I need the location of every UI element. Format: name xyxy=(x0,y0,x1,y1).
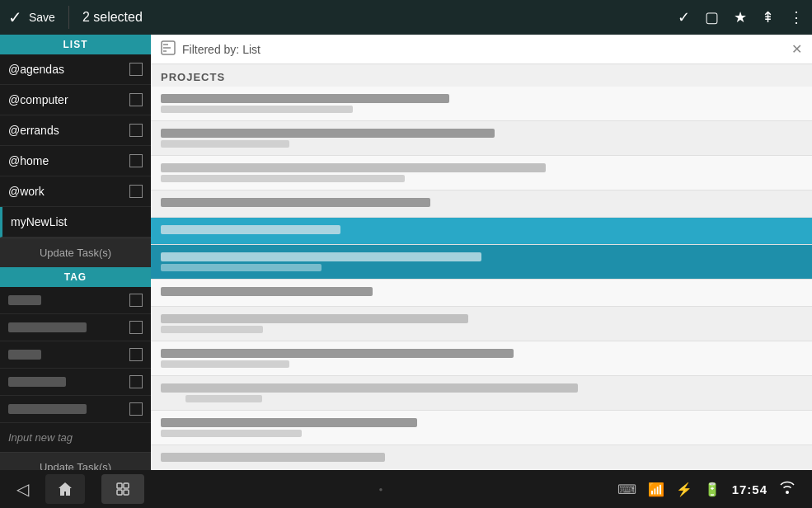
check-action-icon[interactable]: ✓ xyxy=(678,8,690,26)
task-line xyxy=(161,383,578,393)
divider xyxy=(68,6,69,29)
tag4-checkbox[interactable] xyxy=(129,375,143,388)
tag-section-header: TAG xyxy=(0,267,151,287)
top-action-bar: ✓ Save 2 selected ✓ ▢ ★ ⇞ ⋮ xyxy=(0,0,812,35)
task-sub-line xyxy=(161,430,302,437)
task-sub-line xyxy=(161,326,263,333)
sidebar-item-label: @work xyxy=(8,185,45,198)
task-line xyxy=(161,287,373,296)
task-line xyxy=(161,225,340,234)
tag3-checkbox[interactable] xyxy=(129,348,143,361)
bottom-status-bar: ⌨ 📶 ⚡ 🔋 17:54 xyxy=(617,481,796,497)
task-row[interactable] xyxy=(151,445,812,470)
share-icon[interactable]: ⇞ xyxy=(762,8,774,26)
tag-item-3[interactable] xyxy=(0,341,151,369)
svg-rect-6 xyxy=(117,490,122,495)
home-button[interactable] xyxy=(45,474,85,504)
tag-label-3 xyxy=(8,350,41,360)
svg-rect-7 xyxy=(124,490,129,495)
task-line xyxy=(161,418,417,427)
sidebar-item-label: myNewList xyxy=(11,215,67,228)
task-row[interactable] xyxy=(151,341,812,376)
update-tasks-button-2[interactable]: Update Task(s) xyxy=(0,452,151,470)
wifi-icon xyxy=(779,481,796,497)
task-line xyxy=(161,163,546,172)
task-sub-line xyxy=(161,264,322,271)
task-list xyxy=(151,87,812,470)
tag5-checkbox[interactable] xyxy=(129,402,143,416)
save-button[interactable]: Save xyxy=(29,11,55,24)
tag-item-1[interactable] xyxy=(0,287,151,314)
task-row[interactable] xyxy=(151,87,812,121)
task-row-highlighted2[interactable] xyxy=(151,245,812,280)
star-icon[interactable]: ★ xyxy=(734,8,747,26)
task-row[interactable] xyxy=(151,190,812,218)
computer-checkbox[interactable] xyxy=(129,93,143,106)
keyboard-icon: ⌨ xyxy=(617,482,636,497)
update-tasks-button[interactable]: Update Task(s) xyxy=(0,238,151,267)
task-sub-line xyxy=(161,140,289,148)
selected-count: 2 selected xyxy=(82,10,143,25)
task-line xyxy=(161,129,495,138)
top-bar-left: ✓ Save 2 selected xyxy=(8,6,157,29)
check-icon[interactable]: ✓ xyxy=(8,7,22,27)
task-line xyxy=(161,252,481,261)
svg-rect-5 xyxy=(124,483,129,488)
sidebar-item-errands[interactable]: @errands xyxy=(0,115,151,146)
usb-icon: ⚡ xyxy=(676,482,692,497)
bottom-nav-left: ◁ xyxy=(16,474,144,504)
task-sub-line xyxy=(161,106,353,113)
task-line xyxy=(161,198,430,207)
tag-item-2[interactable] xyxy=(0,314,151,341)
sidebar-item-work[interactable]: @work xyxy=(0,176,151,207)
list-section-header: LIST xyxy=(0,35,151,54)
task-row[interactable] xyxy=(151,156,812,190)
back-icon[interactable]: ◁ xyxy=(16,479,29,499)
task-line xyxy=(161,94,449,103)
filter-icon xyxy=(161,40,176,59)
sidebar-item-agendas[interactable]: @agendas xyxy=(0,54,151,85)
top-bar-actions: ✓ ▢ ★ ⇞ ⋮ xyxy=(678,8,804,26)
sidebar-item-home[interactable]: @home xyxy=(0,146,151,176)
task-line xyxy=(161,314,468,323)
input-new-tag[interactable]: Input new tag xyxy=(0,423,151,452)
sidebar-item-label: @computer xyxy=(8,93,68,106)
sidebar-item-label: @home xyxy=(8,154,49,167)
task-row[interactable] xyxy=(151,280,812,307)
home-checkbox[interactable] xyxy=(129,154,143,167)
agendas-checkbox[interactable] xyxy=(129,63,143,76)
time-display: 17:54 xyxy=(732,482,767,496)
main-layout: LIST @agendas @computer @errands @home @… xyxy=(0,35,812,470)
filter-text: Filtered by: List xyxy=(182,43,260,56)
tag-item-5[interactable] xyxy=(0,396,151,423)
more-icon[interactable]: ⋮ xyxy=(789,8,804,26)
task-row[interactable] xyxy=(151,411,812,445)
task-row[interactable] xyxy=(151,121,812,156)
task-row[interactable] xyxy=(151,376,812,411)
errands-checkbox[interactable] xyxy=(129,124,143,137)
task-line xyxy=(161,349,514,358)
work-checkbox[interactable] xyxy=(129,185,143,198)
bottom-bar: ◁ ● ⌨ 📶 ⚡ 🔋 17:54 xyxy=(0,470,812,508)
task-row[interactable] xyxy=(151,307,812,341)
square-icon[interactable]: ▢ xyxy=(705,8,719,26)
content-area: Filtered by: List ✕ PROJECTS xyxy=(151,35,812,470)
projects-header: PROJECTS xyxy=(151,64,812,87)
recents-button[interactable] xyxy=(101,474,144,504)
tag-label-5 xyxy=(8,404,87,414)
tag1-checkbox[interactable] xyxy=(129,294,143,307)
signal-icon: 📶 xyxy=(648,482,664,497)
battery-icon: 🔋 xyxy=(704,482,720,497)
svg-rect-4 xyxy=(117,483,122,488)
task-sub-line xyxy=(185,395,262,402)
sidebar-item-mynewlist[interactable]: myNewList xyxy=(0,207,151,238)
tag2-checkbox[interactable] xyxy=(129,321,143,334)
sidebar-item-label: @agendas xyxy=(8,63,64,76)
tag-label-1 xyxy=(8,295,41,305)
filter-close-icon[interactable]: ✕ xyxy=(791,41,802,57)
sidebar-item-label: @errands xyxy=(8,124,59,137)
filter-bar: Filtered by: List ✕ xyxy=(151,35,812,64)
tag-item-4[interactable] xyxy=(0,369,151,396)
sidebar-item-computer[interactable]: @computer xyxy=(0,85,151,115)
task-row-highlighted[interactable] xyxy=(151,218,812,245)
